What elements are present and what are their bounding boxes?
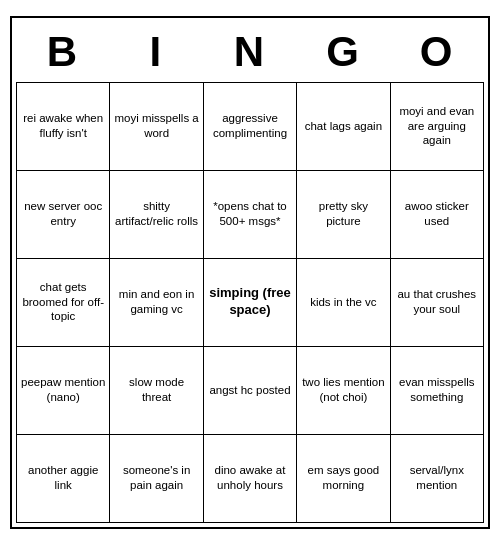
cell-text-9: awoo sticker used — [395, 199, 479, 229]
bingo-cell-0[interactable]: rei awake when fluffy isn't — [17, 83, 110, 171]
cell-text-4: moyi and evan are arguing again — [395, 104, 479, 149]
bingo-cell-18[interactable]: two lies mention (not choi) — [297, 347, 390, 435]
bingo-cell-6[interactable]: shitty artifact/relic rolls — [110, 171, 203, 259]
cell-text-19: evan misspells something — [395, 375, 479, 405]
bingo-cell-2[interactable]: aggressive complimenting — [204, 83, 297, 171]
bingo-grid: rei awake when fluffy isn'tmoyi misspell… — [16, 82, 484, 523]
cell-text-20: another aggie link — [21, 463, 105, 493]
bingo-cell-19[interactable]: evan misspells something — [391, 347, 484, 435]
bingo-header: B I N G O — [16, 22, 484, 82]
cell-text-14: au that crushes your soul — [395, 287, 479, 317]
bingo-cell-21[interactable]: someone's in pain again — [110, 435, 203, 523]
cell-text-5: new server ooc entry — [21, 199, 105, 229]
bingo-cell-4[interactable]: moyi and evan are arguing again — [391, 83, 484, 171]
bingo-cell-1[interactable]: moyi misspells a word — [110, 83, 203, 171]
bingo-cell-8[interactable]: pretty sky picture — [297, 171, 390, 259]
bingo-cell-24[interactable]: serval/lynx mention — [391, 435, 484, 523]
cell-text-10: chat gets broomed for off-topic — [21, 280, 105, 325]
bingo-cell-17[interactable]: angst hc posted — [204, 347, 297, 435]
cell-text-18: two lies mention (not choi) — [301, 375, 385, 405]
bingo-cell-20[interactable]: another aggie link — [17, 435, 110, 523]
bingo-cell-9[interactable]: awoo sticker used — [391, 171, 484, 259]
cell-text-11: min and eon in gaming vc — [114, 287, 198, 317]
cell-text-13: kids in the vc — [310, 295, 376, 310]
letter-b: B — [16, 28, 110, 76]
bingo-cell-5[interactable]: new server ooc entry — [17, 171, 110, 259]
bingo-cell-3[interactable]: chat lags again — [297, 83, 390, 171]
cell-text-12: simping (free space) — [208, 285, 292, 319]
cell-text-15: peepaw mention (nano) — [21, 375, 105, 405]
cell-text-8: pretty sky picture — [301, 199, 385, 229]
cell-text-17: angst hc posted — [209, 383, 290, 398]
cell-text-22: dino awake at unholy hours — [208, 463, 292, 493]
cell-text-6: shitty artifact/relic rolls — [114, 199, 198, 229]
bingo-cell-13[interactable]: kids in the vc — [297, 259, 390, 347]
bingo-cell-12[interactable]: simping (free space) — [204, 259, 297, 347]
bingo-cell-22[interactable]: dino awake at unholy hours — [204, 435, 297, 523]
letter-i: I — [110, 28, 204, 76]
cell-text-1: moyi misspells a word — [114, 111, 198, 141]
cell-text-24: serval/lynx mention — [395, 463, 479, 493]
cell-text-21: someone's in pain again — [114, 463, 198, 493]
cell-text-2: aggressive complimenting — [208, 111, 292, 141]
bingo-cell-23[interactable]: em says good morning — [297, 435, 390, 523]
bingo-cell-7[interactable]: *opens chat to 500+ msgs* — [204, 171, 297, 259]
cell-text-3: chat lags again — [305, 119, 382, 134]
letter-o: O — [390, 28, 484, 76]
letter-n: N — [203, 28, 297, 76]
bingo-cell-16[interactable]: slow mode threat — [110, 347, 203, 435]
cell-text-7: *opens chat to 500+ msgs* — [208, 199, 292, 229]
cell-text-16: slow mode threat — [114, 375, 198, 405]
bingo-cell-11[interactable]: min and eon in gaming vc — [110, 259, 203, 347]
bingo-cell-15[interactable]: peepaw mention (nano) — [17, 347, 110, 435]
cell-text-23: em says good morning — [301, 463, 385, 493]
cell-text-0: rei awake when fluffy isn't — [21, 111, 105, 141]
bingo-cell-14[interactable]: au that crushes your soul — [391, 259, 484, 347]
letter-g: G — [297, 28, 391, 76]
bingo-card: B I N G O rei awake when fluffy isn'tmoy… — [10, 16, 490, 529]
bingo-cell-10[interactable]: chat gets broomed for off-topic — [17, 259, 110, 347]
